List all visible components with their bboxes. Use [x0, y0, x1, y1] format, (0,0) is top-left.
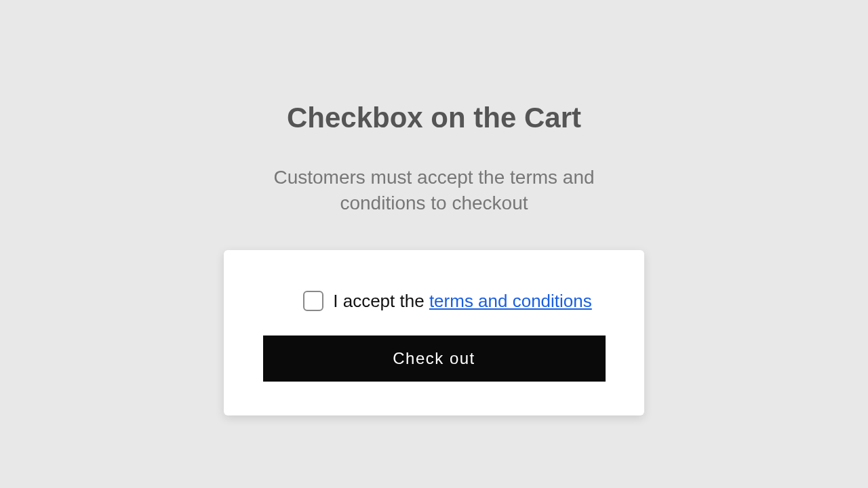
- checkout-card: I accept the terms and conditions Check …: [224, 250, 644, 415]
- page-title: Checkbox on the Cart: [287, 102, 581, 134]
- terms-checkbox[interactable]: [303, 291, 323, 311]
- checkout-button[interactable]: Check out: [263, 336, 606, 382]
- accept-prefix: I accept the: [333, 291, 429, 311]
- accept-label: I accept the terms and conditions: [333, 291, 592, 312]
- page-subtitle: Customers must accept the terms and cond…: [244, 165, 624, 216]
- accept-row: I accept the terms and conditions: [258, 291, 610, 312]
- terms-and-conditions-link[interactable]: terms and conditions: [429, 291, 592, 311]
